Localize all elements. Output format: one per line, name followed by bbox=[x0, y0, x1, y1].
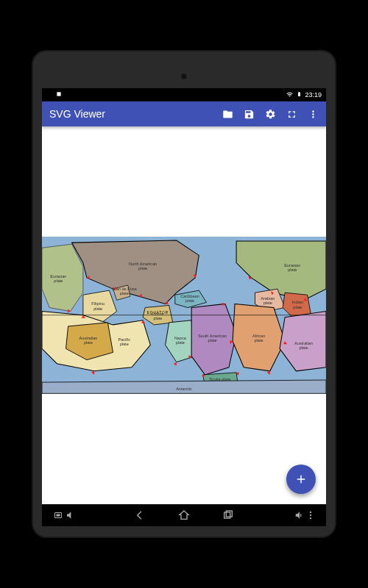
map-image: EQUATOR Eurasi bbox=[42, 237, 326, 393]
svg-rect-20 bbox=[224, 512, 230, 518]
camera-dot bbox=[181, 74, 187, 79]
label-sa-2: plate bbox=[208, 339, 217, 343]
label-eur-r-2: plate bbox=[288, 268, 297, 272]
svg-text:Pacificplate: Pacificplate bbox=[118, 338, 131, 347]
label-ind-2: plate bbox=[293, 305, 302, 309]
home-button[interactable] bbox=[178, 509, 190, 521]
app-actions bbox=[222, 109, 319, 120]
svg-text:Indianplate: Indianplate bbox=[292, 301, 303, 309]
save-button[interactable] bbox=[244, 109, 255, 120]
wifi-icon bbox=[286, 91, 294, 99]
screenshot-button[interactable] bbox=[52, 511, 64, 520]
nav-overflow-button[interactable] bbox=[305, 510, 316, 520]
fullscreen-button[interactable] bbox=[286, 109, 297, 120]
svg-rect-21 bbox=[226, 511, 232, 517]
app-bar: SVG Viewer bbox=[42, 101, 326, 126]
label-fil-2: plate bbox=[93, 306, 102, 311]
folder-button[interactable] bbox=[222, 109, 233, 120]
label-eurasian-left-2: plate bbox=[54, 279, 63, 283]
label-na-2: plate bbox=[138, 266, 147, 270]
volume-up-button[interactable] bbox=[294, 510, 305, 520]
svg-point-23 bbox=[310, 514, 311, 516]
label-aus-r-2: plate bbox=[299, 346, 308, 351]
label-afr-2: plate bbox=[255, 339, 263, 343]
app-title: SVG Viewer bbox=[49, 108, 222, 120]
label-scotia: Scotia plate bbox=[209, 377, 230, 381]
svg-rect-19 bbox=[57, 514, 60, 517]
svg-point-24 bbox=[310, 517, 311, 519]
label-carib-2: plate bbox=[185, 299, 194, 304]
label-cocos-2: plate bbox=[153, 316, 162, 320]
tablet-frame: 23:19 SVG Viewer bbox=[33, 51, 335, 537]
label-antarctic: Antarctic bbox=[176, 387, 192, 392]
settings-button[interactable] bbox=[265, 109, 276, 120]
recents-button[interactable] bbox=[222, 509, 234, 521]
battery-icon bbox=[297, 90, 302, 99]
status-time: 23:19 bbox=[305, 91, 322, 98]
back-button[interactable] bbox=[134, 509, 146, 521]
volume-down-button[interactable] bbox=[64, 510, 74, 520]
app-indicator-icon bbox=[56, 91, 62, 98]
label-arab-2: plate bbox=[263, 301, 272, 306]
label-naz-2: plate bbox=[176, 341, 185, 345]
status-bar: 23:19 bbox=[42, 88, 326, 101]
tectonic-plates-svg: EQUATOR Eurasi bbox=[42, 237, 326, 393]
svg-rect-0 bbox=[57, 92, 60, 96]
search-indicator-icon bbox=[46, 91, 53, 99]
overflow-button[interactable] bbox=[308, 109, 319, 120]
system-nav-bar bbox=[42, 504, 326, 526]
label-aus-l-2: plate bbox=[84, 341, 93, 345]
viewer-content[interactable]: EQUATOR Eurasi bbox=[42, 126, 326, 504]
svg-text:Cocosplate: Cocosplate bbox=[152, 312, 164, 320]
screen: 23:19 SVG Viewer bbox=[42, 88, 326, 526]
label-jdf-2: plate bbox=[120, 292, 129, 296]
label-pac-2: plate bbox=[120, 343, 129, 347]
svg-point-22 bbox=[310, 512, 311, 513]
fab-add-button[interactable] bbox=[286, 465, 316, 494]
